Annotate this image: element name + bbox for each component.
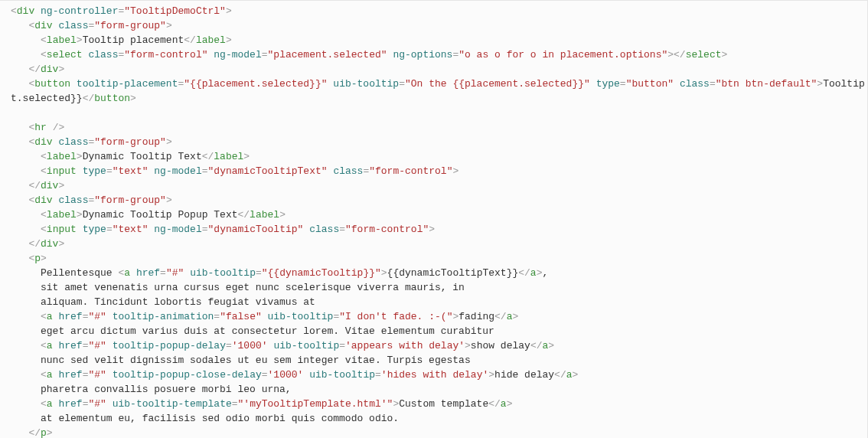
token-a: ng-model: [154, 224, 201, 235]
code-line: Pellentesque <a href="#" uib-tooltip="{{…: [0, 266, 867, 280]
token-t: input: [47, 224, 77, 235]
token-x: [11, 238, 28, 250]
token-x: [47, 122, 53, 133]
token-x: [11, 398, 41, 410]
token-s: "'myTooltipTemplate.html'": [238, 398, 393, 410]
token-s: "#": [88, 369, 106, 381]
token-x: Tooltip {{placemen: [823, 78, 868, 90]
token-p: </: [518, 267, 530, 279]
token-t: a: [566, 369, 573, 381]
token-x: [11, 427, 28, 438]
code-line: at elementum eu, facilisis sed odio morb…: [0, 411, 867, 426]
token-x: [77, 165, 83, 177]
code-line: </p>: [0, 426, 867, 438]
token-x: [184, 267, 190, 279]
token-p: =: [339, 224, 345, 235]
token-s: "placement.selected": [268, 49, 387, 60]
token-x: [11, 180, 28, 191]
token-p: >: [77, 151, 83, 162]
token-x: [106, 340, 113, 351]
token-s: '1000': [232, 340, 268, 351]
token-x: at elementum eu, facilisis sed odio morb…: [11, 413, 399, 424]
token-s: "dynamicTooltip": [208, 224, 304, 235]
token-p: </: [28, 180, 41, 191]
token-p: =: [399, 78, 405, 90]
token-p: </: [28, 64, 41, 75]
code-line: <p>: [0, 251, 867, 266]
token-s: 'appears with delay': [345, 340, 465, 351]
token-p: <: [41, 209, 47, 221]
token-p: <: [41, 224, 47, 235]
token-p: >: [226, 5, 232, 17]
token-t: label: [250, 209, 279, 221]
token-t: a: [124, 267, 130, 279]
token-s: "form-control": [345, 224, 429, 235]
token-t: button: [34, 78, 70, 90]
code-line: sit amet venenatis urna cursus eget nunc…: [0, 280, 867, 295]
code-line: <select class="form-control" ng-model="p…: [0, 47, 867, 62]
token-t: hr: [34, 122, 47, 133]
code-block: <div ng-controller="TooltipDemoCtrl"> <d…: [0, 0, 868, 438]
token-p: </: [494, 311, 507, 322]
token-s: "button": [626, 78, 674, 90]
token-x: [11, 311, 41, 322]
token-p: >: [512, 311, 518, 322]
token-t: div: [34, 194, 52, 206]
code-line: <div ng-controller="TooltipDemoCtrl">: [0, 4, 867, 18]
token-p: >: [41, 253, 47, 264]
token-x: show delay: [471, 340, 530, 351]
token-a: class: [88, 49, 118, 60]
token-p: =: [256, 267, 262, 279]
token-s: "form-group": [94, 136, 166, 148]
token-x: eget arcu dictum varius duis at consecte…: [11, 325, 494, 337]
token-a: ng-options: [393, 49, 452, 60]
token-x: t.selected}}: [11, 93, 83, 104]
token-x: [11, 64, 28, 75]
token-p: <: [41, 398, 47, 410]
token-a: class: [58, 136, 88, 148]
token-s: "#": [166, 267, 184, 279]
token-p: <: [41, 34, 47, 46]
token-x: [11, 194, 28, 206]
token-p: =: [262, 49, 268, 60]
token-p: <: [41, 311, 47, 322]
token-a: tooltip-popup-delay: [113, 340, 226, 351]
token-p: >: [429, 224, 435, 235]
token-s: "dynamicTooltipText": [208, 165, 328, 177]
token-t: div: [41, 180, 58, 191]
token-p: >: [279, 209, 286, 221]
code-line: <a href="#" uib-tooltip-template="'myToo…: [0, 397, 867, 411]
token-x: [674, 78, 680, 90]
token-p: >: [58, 238, 64, 250]
code-line: nunc sed velit dignissim sodales ut eu s…: [0, 353, 867, 368]
token-x: Pellentesque: [11, 267, 118, 279]
token-t: label: [47, 209, 77, 221]
token-s: '1000': [268, 369, 304, 381]
token-p: >: [465, 340, 471, 351]
token-p: />: [53, 122, 65, 133]
token-a: uib-tooltip: [268, 311, 334, 322]
token-t: select: [686, 49, 722, 60]
token-s: "btn btn-default": [716, 78, 817, 90]
token-p: </: [28, 238, 41, 250]
token-a: type: [83, 224, 106, 235]
token-t: p: [41, 427, 47, 438]
token-p: >: [226, 34, 232, 46]
token-p: </: [488, 398, 501, 410]
token-x: [11, 224, 41, 235]
token-a: uib-tooltip-template: [113, 398, 232, 410]
token-x: [262, 311, 268, 322]
code-line: eget arcu dictum varius duis at consecte…: [0, 324, 867, 338]
token-x: [77, 224, 83, 235]
token-s: "TooltipDemoCtrl": [124, 5, 226, 17]
token-t: div: [41, 238, 58, 250]
code-line: <label>Dynamic Tooltip Text</label>: [0, 149, 867, 164]
token-t: button: [94, 93, 130, 104]
token-a: href: [58, 369, 82, 381]
token-a: href: [58, 340, 82, 351]
token-a: type: [83, 165, 106, 177]
token-t: p: [34, 253, 41, 264]
token-s: "#": [88, 340, 106, 351]
token-a: ng-model: [154, 165, 201, 177]
token-t: input: [47, 165, 77, 177]
